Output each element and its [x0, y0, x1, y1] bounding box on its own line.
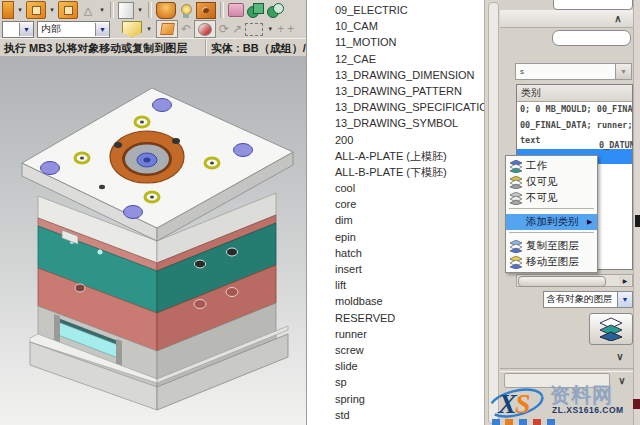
layer-category-list-item[interactable]: epin: [307, 229, 484, 245]
application-window: ▾ ▾ △ ▾ ▾ ▼ 内部 ▼ ▾ ↶ ⟳ ↗: [0, 0, 640, 425]
menu-item-label: 不可见: [526, 191, 597, 205]
graphics-viewport[interactable]: [0, 56, 306, 425]
layer-category-list-item[interactable]: insert: [307, 261, 484, 277]
menu-item-layer-visible-only[interactable]: 仅可见: [506, 174, 597, 190]
layer-category-list-item[interactable]: 13_DRAWING_PATTERN: [307, 83, 484, 99]
dropdown-arrow-icon[interactable]: ▾: [136, 2, 144, 18]
layer-search-input[interactable]: [552, 30, 631, 46]
layers-filter-value: 含有对象的图层: [544, 293, 617, 306]
hscroll-thumb[interactable]: [518, 276, 606, 287]
layer-category-list-item[interactable]: 09_ELECTRIC: [307, 2, 484, 18]
layer-category-list-item[interactable]: 13_DRAWING_SPECIFICATION: [307, 99, 484, 115]
combo-dropdown-icon[interactable]: ▼: [615, 64, 631, 79]
panel-divider: [500, 368, 633, 372]
hole-feature-icon[interactable]: [196, 2, 216, 19]
layer-category-list-item[interactable]: ALL-A-PLATE (上模胚): [307, 148, 484, 164]
layer-category-list-item[interactable]: dim: [307, 212, 484, 228]
snap-point-icon[interactable]: [122, 21, 142, 38]
layer-category-list-item[interactable]: core: [307, 196, 484, 212]
combo-dropdown-icon[interactable]: ▼: [19, 23, 33, 36]
work-section-value: 内部: [38, 22, 95, 36]
layers-filter-combo[interactable]: 含有对象的图层 ▼: [543, 291, 633, 308]
clipped-top-combo[interactable]: [553, 0, 633, 10]
combo-dropdown-icon[interactable]: ▼: [617, 292, 632, 307]
layer-category-list-item[interactable]: 13_DRAWING_SYMBOL: [307, 115, 484, 131]
trimetric-view-icon[interactable]: [156, 20, 178, 38]
boolean-unite-icon[interactable]: [246, 3, 264, 18]
window-edge-strip: [633, 0, 640, 425]
clipped-feature-icon[interactable]: [2, 1, 14, 19]
undo-icon[interactable]: ↶: [181, 21, 191, 37]
move-object-icon[interactable]: +: [277, 21, 284, 37]
menu-item-layer-invisible[interactable]: 不可见: [506, 190, 597, 206]
layer-category-list-item[interactable]: spring: [307, 391, 484, 407]
dropdown-arrow-icon[interactable]: ▾: [98, 2, 106, 18]
hscroll-right-icon[interactable]: ▶: [619, 276, 631, 285]
menu-item-layer-work[interactable]: 工作: [506, 158, 597, 174]
combo-dropdown-icon[interactable]: ▼: [95, 23, 109, 36]
rotate-view-icon[interactable]: ⟳: [219, 21, 229, 37]
layer-category-list-item[interactable]: 12_CAE: [307, 51, 484, 67]
extrude-icon[interactable]: [156, 2, 176, 19]
layer-settings-button[interactable]: [589, 313, 633, 345]
menu-item-move-to-layer[interactable]: 移动至图层: [506, 254, 597, 270]
bulb-icon[interactable]: [178, 3, 194, 18]
sketch-part-icon[interactable]: [228, 3, 244, 17]
dropdown-arrow-icon[interactable]: ▾: [16, 2, 24, 18]
category-filter-combo[interactable]: s ▼: [515, 63, 632, 80]
category-row[interactable]: 00_FINAL_DATA; runner;: [517, 118, 632, 134]
layer-category-list-item[interactable]: screw: [307, 342, 484, 358]
layer-category-list-item[interactable]: ALL-B-PLATE (下模胚): [307, 164, 484, 180]
collapse-up-icon[interactable]: ∧: [608, 11, 628, 25]
scroll-down-icon[interactable]: ∨: [610, 349, 630, 363]
boolean-intersect-icon[interactable]: [266, 3, 284, 18]
layer-category-list-item[interactable]: std: [307, 407, 484, 423]
datum-plane-icon[interactable]: △: [80, 2, 96, 18]
layer-category-list-item[interactable]: hatch: [307, 245, 484, 261]
snap-crosshair-icon[interactable]: +: [287, 21, 294, 37]
category-row[interactable]: 0; 0 MB_MOULD; 00_FINAL: [517, 102, 632, 118]
layer-category-list-item[interactable]: RESERVED: [307, 310, 484, 326]
entity-status: 实体 : BB（成组）/: [206, 39, 306, 57]
shaded-view-icon[interactable]: [194, 20, 216, 38]
layer-category-list-item[interactable]: runner: [307, 326, 484, 342]
instance-feature-icon[interactable]: [58, 1, 78, 19]
toolbar-separator: [110, 2, 114, 18]
clipped-category-row[interactable]: 0_DATUM: [599, 140, 635, 150]
horizontal-scrollbar[interactable]: ▶: [516, 274, 633, 287]
menu-item-label: 添加到类别: [526, 215, 587, 229]
menu-item-add-to-category[interactable]: 添加到类别▶: [506, 214, 597, 230]
expand-down-icon[interactable]: ∨: [612, 373, 632, 387]
pan-arrow-icon[interactable]: ↗: [232, 21, 242, 37]
edge-artifact: [635, 215, 640, 227]
menu-item-label: 复制至图层: [526, 239, 597, 253]
layer-visible-only-icon: [506, 176, 526, 189]
layer-category-list-item[interactable]: 200: [307, 132, 484, 148]
pattern-feature-icon[interactable]: [26, 1, 46, 19]
menu-item-label: 移动至图层: [526, 255, 597, 269]
list-scrollbar-thumb[interactable]: [488, 2, 499, 424]
layer-category-list-item[interactable]: cool: [307, 180, 484, 196]
layer-category-list-item[interactable]: moldbase: [307, 293, 484, 309]
layer-category-list-item[interactable]: 11_MOTION: [307, 34, 484, 50]
selection-scope-combo[interactable]: ▼: [2, 21, 34, 38]
list-scrollbar[interactable]: [484, 0, 500, 425]
layer-category-list-item[interactable]: 13_DRAWING_DIMENSION: [307, 67, 484, 83]
dropdown-arrow-icon[interactable]: ▾: [145, 21, 153, 37]
category-column-header: 类别: [517, 85, 632, 102]
category-filter-value: s: [516, 67, 615, 76]
layer-category-list-item[interactable]: 10_CAM: [307, 18, 484, 34]
rectangle-select-icon[interactable]: [245, 21, 263, 37]
stacked-layers-icon: [598, 317, 624, 341]
bottom-collapsed-field[interactable]: [504, 373, 610, 388]
layer-category-list-item[interactable]: sp: [307, 374, 484, 390]
work-section-combo[interactable]: 内部 ▼: [37, 21, 110, 38]
layer-category-list-item[interactable]: slide: [307, 358, 484, 374]
edge-artifact: [633, 399, 640, 409]
dropdown-arrow-icon[interactable]: ▾: [266, 21, 274, 37]
layer-category-list-item[interactable]: lift: [307, 277, 484, 293]
layer-category-dropdown-list: 09_ELECTRIC10_CAM11_MOTION12_CAE13_DRAWI…: [306, 0, 484, 425]
dropdown-arrow-icon[interactable]: ▾: [48, 2, 56, 18]
menu-item-copy-to-layer[interactable]: 复制至图层: [506, 238, 597, 254]
new-sheet-icon[interactable]: [118, 2, 134, 19]
